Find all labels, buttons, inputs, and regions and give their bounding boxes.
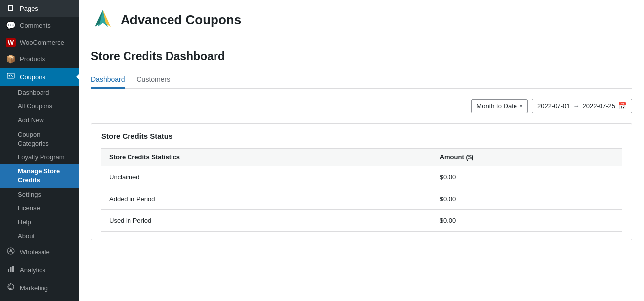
sidebar-item-label: Pages [20, 5, 38, 12]
wholesale-icon [6, 247, 16, 257]
sidebar: 🗒 Pages 💬 Comments W WooCommerce 📦 Produ… [0, 0, 79, 301]
table-row: Used in Period $0.00 [101, 210, 622, 232]
sidebar-item-pages[interactable]: 🗒 Pages [0, 0, 79, 17]
svg-rect-5 [8, 269, 9, 272]
date-from: 2022-07-01 [537, 102, 570, 110]
sidebar-item-comments[interactable]: 💬 Comments [0, 17, 79, 34]
app-logo [91, 8, 115, 32]
app-name: Advanced Coupons [121, 12, 241, 28]
sidebar-sub-item-manage-store-credits[interactable]: Manage Store Credits [0, 164, 79, 187]
sidebar-sub-item-settings[interactable]: Settings [0, 188, 79, 201]
svg-point-8 [10, 283, 11, 284]
status-section: Store Credits Status Store Credits Stati… [91, 123, 632, 240]
date-to: 2022-07-25 [583, 102, 616, 110]
marketing-icon [6, 283, 16, 293]
svg-point-1 [9, 75, 10, 77]
cell-amount: $0.00 [432, 188, 622, 210]
calendar-icon: 📅 [618, 102, 627, 110]
sidebar-item-coupons[interactable]: Coupons [0, 68, 79, 86]
svg-rect-7 [12, 266, 14, 272]
sidebar-item-label: Coupons [20, 73, 45, 81]
filter-row: Month to Date ▾ 2022-07-01 → 2022-07-25 … [91, 99, 632, 113]
sidebar-item-wholesale[interactable]: Wholesale [0, 243, 79, 261]
cell-stat: Used in Period [101, 210, 432, 232]
table-header-row: Store Credits Statistics Amount ($) [101, 149, 622, 166]
status-section-title: Store Credits Status [101, 132, 622, 140]
products-icon: 📦 [6, 54, 16, 64]
svg-rect-6 [10, 267, 12, 272]
date-arrow-icon: → [573, 102, 580, 110]
chevron-down-icon: ▾ [520, 103, 522, 109]
svg-point-4 [10, 249, 12, 251]
tab-customers[interactable]: Customers [137, 71, 171, 89]
sidebar-item-label: Analytics [20, 266, 45, 274]
svg-line-2 [11, 74, 13, 77]
period-label: Month to Date [476, 102, 517, 110]
sidebar-item-label: Marketing [20, 284, 48, 292]
app-header: Advanced Coupons [79, 0, 644, 38]
cell-stat: Unclaimed [101, 166, 432, 188]
sidebar-sub-item-help[interactable]: Help [0, 215, 79, 229]
sidebar-item-label: Wholesale [20, 249, 50, 256]
cell-amount: $0.00 [432, 166, 622, 188]
main-content: Advanced Coupons Store Credits Dashboard… [79, 0, 644, 301]
comments-icon: 💬 [6, 21, 16, 30]
cell-amount: $0.00 [432, 210, 622, 232]
col-amount: Amount ($) [432, 149, 622, 166]
stats-table: Store Credits Statistics Amount ($) Uncl… [101, 148, 622, 232]
sidebar-sub-item-coupon-categories[interactable]: Coupon Categories [0, 128, 79, 150]
col-stat: Store Credits Statistics [101, 149, 432, 166]
page-content: Store Credits Dashboard Dashboard Custom… [79, 38, 644, 240]
sidebar-item-products[interactable]: 📦 Products [0, 50, 79, 68]
analytics-icon [6, 265, 16, 275]
tabs-bar: Dashboard Customers [91, 71, 632, 89]
period-select[interactable]: Month to Date ▾ [471, 99, 528, 113]
table-row: Added in Period $0.00 [101, 188, 622, 210]
sidebar-sub-item-all-coupons[interactable]: All Coupons [0, 100, 79, 113]
table-row: Unclaimed $0.00 [101, 166, 622, 188]
sidebar-sub-item-dashboard[interactable]: Dashboard [0, 86, 79, 100]
active-arrow [76, 74, 79, 80]
cell-stat: Added in Period [101, 188, 432, 210]
sidebar-sub-item-license[interactable]: License [0, 201, 79, 215]
sidebar-item-woocommerce[interactable]: W WooCommerce [0, 34, 79, 50]
sidebar-submenu: Dashboard All Coupons Add New Coupon Cat… [0, 86, 79, 188]
tab-dashboard[interactable]: Dashboard [91, 71, 125, 89]
svg-rect-0 [7, 73, 14, 78]
sidebar-item-label: Products [20, 55, 45, 63]
coupons-icon [6, 72, 16, 82]
page-title: Store Credits Dashboard [91, 50, 632, 63]
woo-icon: W [6, 38, 16, 47]
sidebar-item-marketing[interactable]: Marketing [0, 279, 79, 297]
sidebar-item-label: WooCommerce [20, 39, 64, 46]
sidebar-sub-item-add-new[interactable]: Add New [0, 113, 79, 127]
pages-icon: 🗒 [6, 4, 16, 13]
sidebar-item-analytics[interactable]: Analytics [0, 261, 79, 279]
sidebar-sub-item-loyalty-program[interactable]: Loyalty Program [0, 150, 79, 164]
date-range-input[interactable]: 2022-07-01 → 2022-07-25 📅 [532, 99, 632, 113]
sidebar-sub-item-about[interactable]: About [0, 229, 79, 243]
sidebar-item-label: Comments [20, 22, 51, 29]
